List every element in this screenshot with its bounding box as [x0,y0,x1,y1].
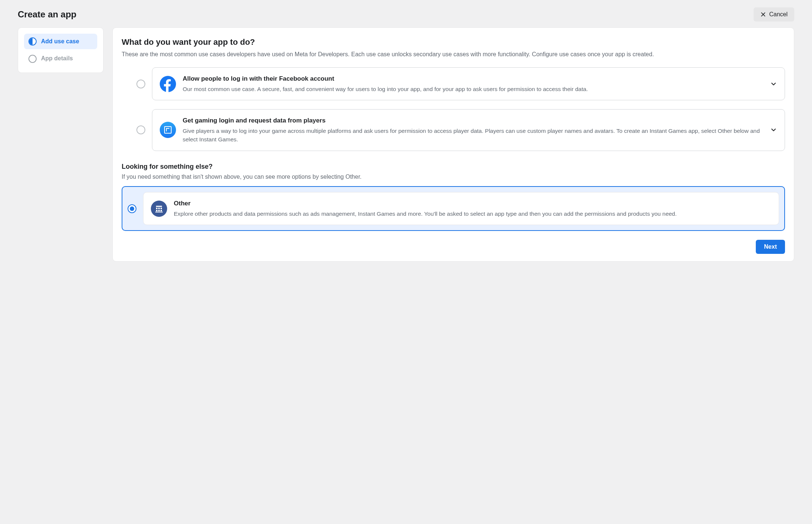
cancel-button-label: Cancel [769,11,788,18]
svg-rect-10 [160,210,162,211]
svg-rect-11 [155,212,163,212]
option-desc: Our most common use case. A secure, fast… [183,85,763,93]
chevron-down-icon[interactable] [770,80,777,88]
svg-rect-8 [156,210,158,211]
usecase-option-gaming[interactable]: Get gaming login and request data from p… [136,109,785,151]
svg-rect-6 [158,208,160,209]
empty-circle-icon [28,55,37,63]
svg-rect-9 [158,210,160,211]
usecase-heading: What do you want your app to do? [122,37,785,48]
svg-rect-3 [165,127,171,133]
sidebar-step-app-details[interactable]: App details [24,51,97,66]
main-panel: What do you want your app to do? These a… [112,27,794,262]
cancel-button[interactable]: Cancel [754,7,794,21]
building-icon [151,201,167,217]
page-title: Create an app [18,8,77,21]
svg-rect-7 [160,208,162,209]
option-title: Allow people to log in with their Facebo… [183,74,763,83]
sidebar-step-label: App details [41,54,73,63]
svg-rect-4 [156,206,162,207]
option-title: Other [174,199,771,208]
usecase-option-other[interactable]: Other Explore other products and data pe… [122,186,785,231]
radio-unselected[interactable] [136,125,145,134]
next-button[interactable]: Next [756,240,785,254]
option-desc: Give players a way to log into your game… [183,127,763,144]
usecase-option-fb-login[interactable]: Allow people to log in with their Facebo… [136,67,785,100]
close-icon [760,11,766,17]
sidebar-step-add-use-case[interactable]: Add use case [24,34,97,49]
svg-rect-5 [156,208,158,209]
wizard-sidebar: Add use case App details [18,27,104,73]
half-circle-icon [28,37,37,46]
option-desc: Explore other products and data permissi… [174,209,771,218]
something-else-description: If you need something that isn't shown a… [122,173,785,181]
radio-unselected[interactable] [136,80,145,88]
sidebar-step-label: Add use case [41,37,79,46]
usecase-description: These are the most common use cases deve… [122,50,785,58]
something-else-heading: Looking for something else? [122,162,785,171]
gaming-icon [160,122,176,138]
chevron-down-icon[interactable] [770,126,777,134]
option-title: Get gaming login and request data from p… [183,116,763,125]
radio-selected[interactable] [128,204,136,213]
facebook-icon [160,76,176,92]
